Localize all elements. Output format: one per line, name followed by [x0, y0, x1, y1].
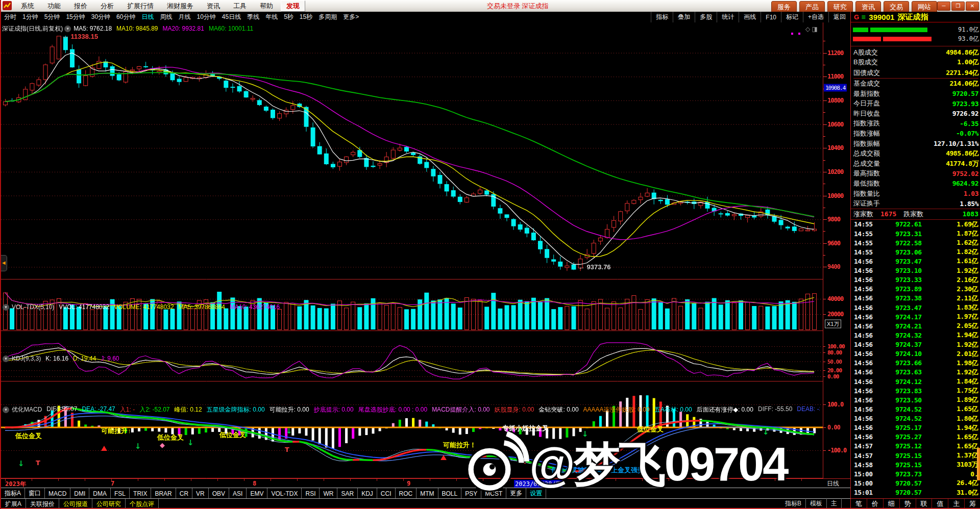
quote-view-tab[interactable]: 价 — [867, 499, 884, 509]
bottom-mid-tab[interactable]: 模板 — [806, 498, 827, 509]
period-tab[interactable]: 日线 — [138, 13, 157, 21]
window-control-button[interactable]: ─ — [937, 2, 950, 11]
menu-item[interactable]: 资讯 — [200, 1, 227, 12]
period-tab[interactable]: 季线 — [244, 13, 262, 21]
tick-row[interactable]: 14:569723.501.89亿 — [851, 395, 980, 404]
quote-view-tab[interactable]: 值 — [932, 499, 948, 509]
scrollbar-thumb[interactable] — [977, 448, 980, 480]
bottom-tab[interactable]: 个股点评 — [126, 499, 159, 509]
tick-row[interactable]: 14:569723.471.83亿 — [851, 303, 980, 312]
chart-tool-button[interactable]: 画线 — [739, 12, 761, 22]
indicator-tab[interactable]: PSY — [461, 488, 481, 499]
tick-row[interactable]: 14:569724.521.65亿 — [851, 404, 980, 414]
tick-row[interactable]: 14:559723.061.82亿 — [851, 247, 980, 257]
tick-row[interactable]: 14:579725.151.37亿 — [851, 451, 980, 460]
tick-row[interactable]: 14:569723.471.61亿 — [851, 257, 980, 266]
tick-row[interactable]: 14:559723.311.87亿 — [851, 229, 980, 238]
bottom-mid-tab[interactable]: 主 — [827, 498, 842, 509]
quote-view-tab[interactable]: 主 — [948, 499, 965, 509]
indicator-tab[interactable]: WR — [320, 488, 337, 499]
period-tab[interactable]: 15秒 — [297, 13, 315, 21]
period-tab[interactable]: 多周期 — [315, 13, 340, 21]
indicator-tab[interactable]: BOLL — [438, 488, 462, 499]
indicator-tab[interactable]: 窗口 — [25, 488, 45, 499]
window-control-button[interactable]: ✕ — [966, 2, 979, 11]
tick-row[interactable]: 15:009720.5726.4亿 — [851, 478, 980, 488]
tick-row[interactable]: 14:569724.371.92亿 — [851, 340, 980, 349]
drawing-marker-icons[interactable]: ◇ ◨ — [805, 26, 818, 33]
chart-tool-button[interactable]: 多股 — [695, 12, 717, 22]
tick-row[interactable]: 15:009723.730. — [851, 469, 980, 478]
menu-item[interactable]: 报价 — [67, 1, 94, 12]
indicator-tab[interactable]: SAR — [337, 488, 358, 499]
indicator-tab[interactable]: ASI — [229, 488, 247, 499]
indicator-tab[interactable]: DMI — [70, 488, 89, 499]
tick-row[interactable]: 14:569724.102.01亿 — [851, 349, 980, 359]
chart-tool-button[interactable]: 统计 — [717, 12, 739, 22]
period-tab[interactable]: 45日线 — [219, 13, 244, 21]
period-tab[interactable]: 分时 — [1, 13, 19, 21]
indicator-tab[interactable]: OBV — [209, 488, 229, 499]
chart-tool-button[interactable]: +自选 — [803, 12, 828, 22]
chart-tool-button[interactable]: 标记 — [781, 12, 803, 22]
indicator-tab[interactable]: TRIX — [130, 488, 151, 499]
period-tab[interactable]: 周线 — [157, 13, 175, 21]
bottom-tab[interactable]: 公司研究 — [92, 499, 126, 509]
indicator-tab[interactable]: 更多 — [506, 488, 526, 499]
tick-row[interactable]: 14:569724.171.97亿 — [851, 312, 980, 321]
tick-row[interactable]: 14:569723.831.75亿 — [851, 386, 980, 395]
quote-view-tab[interactable]: 细 — [884, 499, 900, 509]
tick-row[interactable]: 14:589725.153103万 — [851, 460, 980, 469]
chevron-down-icon[interactable]: ▾ — [3, 406, 9, 413]
tick-row[interactable]: 15:019720.5731.0亿 — [851, 488, 980, 497]
tick-row[interactable]: 14:569723.631.92亿 — [851, 368, 980, 377]
tick-row[interactable]: 14:569724.121.84亿 — [851, 377, 980, 386]
tick-row[interactable]: 14:569724.521.80亿 — [851, 414, 980, 423]
indicator-tab[interactable]: DMA — [89, 488, 111, 499]
tick-row[interactable]: 14:569723.101.92亿 — [851, 266, 980, 275]
sidebar-collapse-handle[interactable]: ◄ — [1, 255, 7, 271]
window-control-button[interactable]: ❐ — [951, 2, 965, 11]
indicator-tab[interactable]: RSI — [302, 488, 320, 499]
indicator-tab[interactable]: ROC — [396, 488, 417, 499]
menu-item[interactable]: 帮助 — [253, 1, 280, 12]
indicator-tab[interactable]: CCI — [377, 488, 396, 499]
tick-row[interactable]: 14:569723.332.16亿 — [851, 275, 980, 285]
indicator-tab[interactable]: MACD — [45, 488, 70, 499]
chevron-down-icon[interactable]: ▾ — [3, 304, 9, 311]
menu-item[interactable]: 系统 — [14, 1, 41, 12]
tick-row[interactable]: 14:559722.611.69亿 — [851, 220, 980, 229]
chart-tool-button[interactable]: 指标 — [651, 12, 673, 22]
chevron-down-icon[interactable]: ▾ — [64, 26, 71, 32]
tick-row[interactable]: 14:569725.171.94亿 — [851, 423, 980, 432]
tick-row[interactable]: 14:559722.581.62亿 — [851, 238, 980, 247]
indicator-tab[interactable]: FSL — [111, 488, 130, 499]
period-tab[interactable]: 15分钟 — [63, 13, 88, 21]
menu-item[interactable]: 湘财服务 — [160, 1, 200, 12]
quote-view-tab[interactable]: 筹 — [965, 499, 980, 509]
chart-tool-button[interactable]: 叠加 — [673, 12, 695, 22]
quote-view-tab[interactable]: 势 — [900, 499, 916, 509]
period-tab[interactable]: 年线 — [262, 13, 281, 21]
chart-tool-button[interactable]: 返回 — [828, 12, 850, 22]
indicator-tab[interactable]: KDJ — [358, 488, 377, 499]
menu-item[interactable]: 扩展行情 — [120, 1, 160, 12]
tick-row[interactable]: 14:569723.382.11亿 — [851, 294, 980, 303]
bottom-tab[interactable]: 关联报价 — [26, 499, 59, 509]
period-tab[interactable]: 30分钟 — [88, 13, 113, 21]
indicator-tab[interactable]: VOL-TDX — [267, 488, 302, 499]
menu-item[interactable]: 功能 — [41, 1, 67, 12]
period-tab[interactable]: 1分钟 — [19, 13, 41, 21]
indicator-tab[interactable]: EMV — [247, 488, 267, 499]
tick-row[interactable]: 14:569723.661.98亿 — [851, 359, 980, 368]
tick-row[interactable]: 14:569723.892.30亿 — [851, 285, 980, 294]
menu-item[interactable]: 分析 — [94, 1, 120, 12]
indicator-tab[interactable]: 设置 — [526, 488, 546, 499]
indicator-tab[interactable]: CR — [176, 488, 192, 499]
chevron-down-icon[interactable]: ▾ — [3, 355, 9, 362]
bottom-tab[interactable]: 公司报道 — [59, 499, 92, 509]
period-tab[interactable]: 60分钟 — [113, 13, 138, 21]
period-tab[interactable]: 5秒 — [281, 13, 297, 21]
indicator-tab[interactable]: BRAR — [151, 488, 176, 499]
tick-by-tick-list[interactable]: 14:559722.611.69亿 14:559723.311.87亿 14:5… — [851, 220, 980, 497]
